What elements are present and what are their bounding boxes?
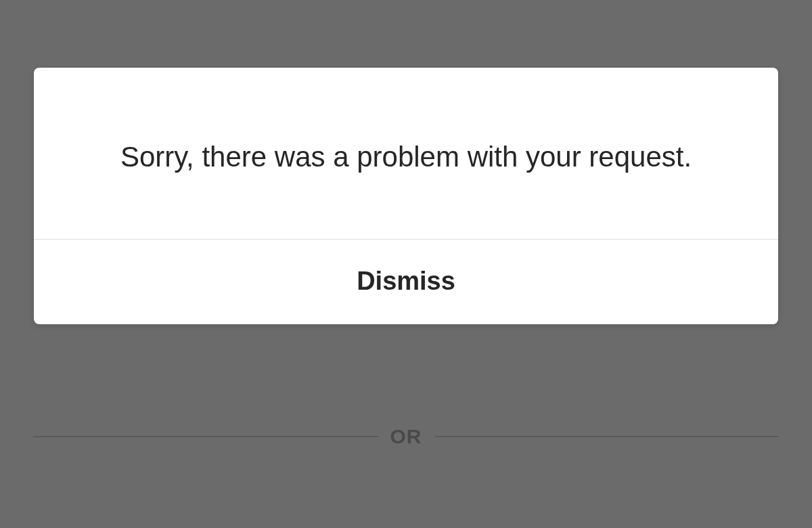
separator-text: OR <box>378 425 434 448</box>
error-dialog: Sorry, there was a problem with your req… <box>34 68 778 324</box>
separator-line-right <box>434 436 779 437</box>
background-separator: OR <box>34 425 778 448</box>
separator-line-left <box>34 436 378 437</box>
dismiss-button[interactable]: Dismiss <box>34 240 778 324</box>
error-message: Sorry, there was a problem with your req… <box>34 68 778 239</box>
